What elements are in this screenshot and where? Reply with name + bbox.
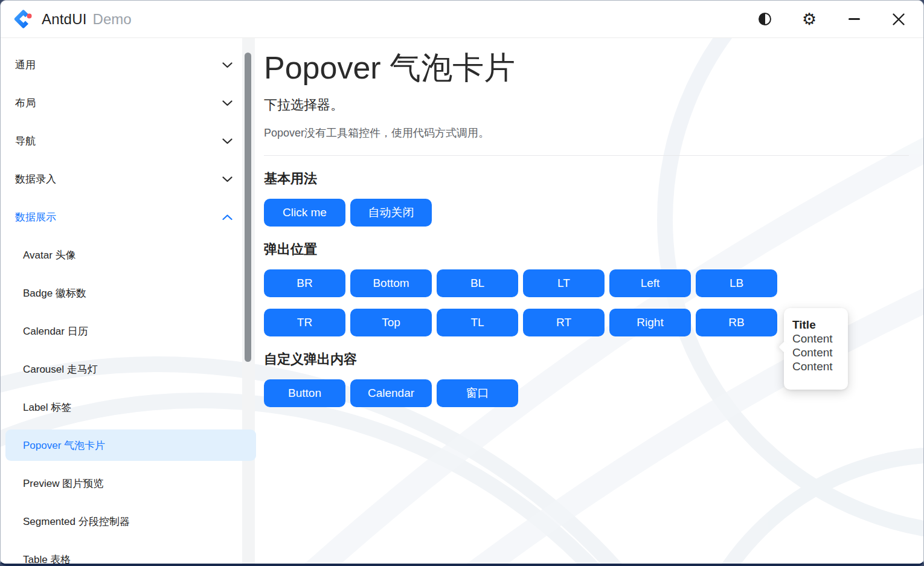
- contrast-icon: [759, 13, 771, 25]
- sidebar-item-label[interactable]: Label 标签: [1, 388, 257, 426]
- sidebar-item-segmented[interactable]: Segmented 分段控制器: [1, 503, 257, 541]
- sidebar-item-label: Preview 图片预览: [23, 477, 233, 490]
- sidebar-item-table[interactable]: Table 表格: [1, 541, 257, 566]
- popover-content-line: Content: [792, 332, 839, 346]
- sidebar-group-label: 通用: [15, 58, 222, 72]
- position-bottom-button[interactable]: Bottom: [350, 269, 432, 297]
- custom-calendar-button[interactable]: Calendar: [350, 379, 432, 407]
- chevron-down-icon: [222, 100, 233, 106]
- popover-content-line: Content: [792, 359, 839, 373]
- sidebar-group-label: 数据录入: [15, 172, 222, 186]
- page-title: Popover 气泡卡片: [264, 50, 909, 86]
- position-tl-button[interactable]: TL: [437, 309, 518, 336]
- popover-title: Title: [792, 318, 839, 332]
- sidebar-group-general[interactable]: 通用: [1, 46, 257, 84]
- gear-icon: ⚙: [802, 11, 817, 27]
- custom-button-button[interactable]: Button: [264, 379, 345, 407]
- sidebar-group-label: 导航: [15, 134, 222, 148]
- sidebar: 通用 布局 导航 数据录入 数据展示 Avatar 头像: [1, 38, 257, 564]
- sidebar-item-label: Badge 徽标数: [23, 286, 233, 300]
- sidebar-item-avatar[interactable]: Avatar 头像: [1, 236, 257, 274]
- custom-window-button[interactable]: 窗口: [437, 379, 518, 407]
- position-tr-button[interactable]: TR: [264, 309, 345, 336]
- chevron-down-icon: [222, 138, 233, 144]
- sidebar-group-label: 布局: [15, 96, 222, 110]
- sidebar-item-calendar[interactable]: Calendar 日历: [1, 312, 257, 350]
- sidebar-group-layout[interactable]: 布局: [1, 84, 257, 122]
- sidebar-item-label: Carousel 走马灯: [23, 362, 233, 376]
- page-subtitle: 下拉选择器。: [264, 96, 909, 114]
- position-br-button[interactable]: BR: [264, 269, 345, 297]
- sidebar-item-popover[interactable]: Popover 气泡卡片: [1, 426, 257, 465]
- position-top-button[interactable]: Top: [350, 309, 432, 336]
- theme-toggle-button[interactable]: [756, 10, 774, 28]
- chevron-up-icon: [222, 214, 233, 220]
- position-buttons-row-1: BR Bottom BL LT Left LB: [264, 269, 909, 297]
- minimize-icon: [849, 18, 860, 20]
- titlebar: AntdUI Demo ⚙: [1, 1, 923, 38]
- sidebar-group-navigation[interactable]: 导航: [1, 122, 257, 160]
- sidebar-item-carousel[interactable]: Carousel 走马灯: [1, 350, 257, 388]
- position-bl-button[interactable]: BL: [437, 269, 518, 297]
- sidebar-item-label: Calendar 日历: [23, 324, 233, 338]
- popover-content-line: Content: [792, 346, 839, 359]
- settings-button[interactable]: ⚙: [800, 10, 818, 28]
- sidebar-item-label: Label 标签: [23, 400, 233, 414]
- sidebar-item-label: Popover 气泡卡片: [23, 439, 233, 452]
- position-lb-button[interactable]: LB: [696, 269, 777, 297]
- minimize-button[interactable]: [845, 10, 863, 28]
- popover-card: Title Content Content Content: [784, 308, 848, 390]
- app-window: AntdUI Demo ⚙: [0, 0, 924, 566]
- chevron-down-icon: [222, 176, 233, 182]
- basic-usage-buttons: Click me 自动关闭: [264, 199, 909, 227]
- sidebar-group-data-display[interactable]: 数据展示: [1, 198, 257, 236]
- app-logo-icon: [13, 8, 34, 30]
- divider: [264, 155, 909, 156]
- click-me-button[interactable]: Click me: [264, 199, 345, 227]
- app-title-suffix: Demo: [93, 11, 132, 28]
- sidebar-group-label: 数据展示: [15, 210, 222, 224]
- position-rb-button[interactable]: RB: [696, 309, 777, 336]
- page-description: Popover没有工具箱控件，使用代码方式调用。: [264, 126, 909, 140]
- section-heading-basic-usage: 基本用法: [264, 170, 909, 188]
- main-content: Popover 气泡卡片 下拉选择器。 Popover没有工具箱控件，使用代码方…: [257, 38, 923, 564]
- position-left-button[interactable]: Left: [609, 269, 691, 297]
- sidebar-item-label: Avatar 头像: [23, 248, 233, 262]
- close-button[interactable]: [890, 10, 908, 28]
- auto-close-button[interactable]: 自动关闭: [350, 199, 432, 227]
- section-heading-popup-position: 弹出位置: [264, 240, 909, 259]
- chevron-down-icon: [222, 62, 233, 68]
- close-icon: [892, 13, 905, 26]
- sidebar-item-badge[interactable]: Badge 徽标数: [1, 274, 257, 312]
- sidebar-item-label: Segmented 分段控制器: [23, 515, 233, 529]
- sidebar-item-preview[interactable]: Preview 图片预览: [1, 465, 257, 503]
- sidebar-item-label: Table 表格: [23, 553, 233, 566]
- position-right-button[interactable]: Right: [609, 309, 691, 336]
- sidebar-group-data-entry[interactable]: 数据录入: [1, 160, 257, 198]
- app-title: AntdUI: [42, 11, 87, 28]
- position-lt-button[interactable]: LT: [523, 269, 605, 297]
- position-rt-button[interactable]: RT: [523, 309, 605, 336]
